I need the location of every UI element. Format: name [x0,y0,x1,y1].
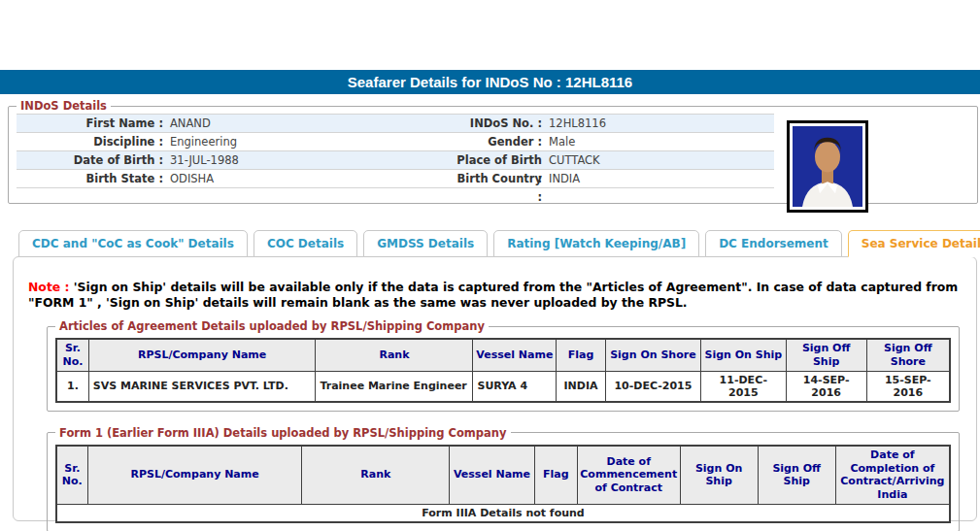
sign-on-ship-note: Note : 'Sign on Ship' details will be av… [28,280,978,311]
cell-sign-on-shore: 10-DEC-2015 [605,371,700,402]
form1-legend: Form 1 (Earlier Form IIIA) Details uploa… [55,426,511,440]
tab-strip: CDC and "CoC as Cook" Details COC Detail… [18,230,980,256]
form1-fieldset: Form 1 (Earlier Form IIIA) Details uploa… [47,426,960,531]
tab-cdc-coc-cook-details[interactable]: CDC and "CoC as Cook" Details [18,230,248,257]
birth-state-value: ODISHA [170,170,454,187]
cell-sign-on-ship: 11-DEC-2015 [700,371,786,402]
tab-dc-endorsement[interactable]: DC Endorsement [705,230,842,257]
sea-service-panel: Note : 'Sign on Ship' details will be av… [13,256,977,521]
gender-value: Male [549,133,774,150]
indos-details-legend: INDoS Details [17,99,111,113]
tab-sea-service-details[interactable]: Sea Service Details [848,230,980,257]
discipline-value: Engineering [170,133,454,150]
form1-table: Sr. No. RPSL/Company Name Rank Vessel Na… [55,445,951,524]
col-rank: Rank [316,339,473,371]
empty-message-row: Form IIIA Details not found [56,504,950,522]
birth-country-label: Birth Country : [454,170,549,187]
indos-row-state: Birth State : ODISHA Birth Country : IND… [17,170,774,188]
cell-vessel-name: SURYA 4 [473,371,557,402]
col-vessel-name: Vessel Name [473,339,557,371]
col-vessel-name: Vessel Name [450,446,534,505]
tab-coc-details[interactable]: COC Details [253,230,357,257]
indos-row-birth: Date of Birth : 31-JUL-1988 Place of Bir… [17,151,774,170]
pob-value: CUTTACK [549,151,774,169]
col-sign-on-ship: Sign On Ship [680,446,758,505]
indos-row-discipline: Discipline : Engineering Gender : Male [17,133,774,151]
form-iiia-not-found-message: Form IIIA Details not found [56,504,950,522]
cell-sign-off-shore: 15-SEP-2016 [866,371,950,402]
col-rpsl-company-name: RPSL/Company Name [88,339,316,371]
col-flag: Flag [534,446,577,505]
seafarer-photo [787,120,868,213]
cell-sign-off-ship: 14-SEP-2016 [786,371,866,402]
cell-sr-no: 1. [56,371,88,402]
col-date-of-commencement: Date of Commencement of Contract [577,446,680,505]
note-prefix: Note : [28,280,74,294]
col-rank: Rank [302,446,450,505]
articles-of-agreement-table: Sr. No. RPSL/Company Name Rank Vessel Na… [55,338,951,403]
tab-gmdss-details[interactable]: GMDSS Details [363,230,488,257]
discipline-label: Discipline : [17,133,170,150]
col-flag: Flag [557,339,606,371]
first-name-label: First Name : [17,115,170,132]
indos-no-value: 12HL8116 [549,115,774,132]
articles-of-agreement-fieldset: Articles of Agreement Details uploaded b… [47,319,960,412]
indos-details-grid: First Name : ANAND INDoS No. : 12HL8116 … [17,114,774,188]
table-row: 1. SVS MARINE SERVICES PVT. LTD. Trainee… [56,371,950,402]
page-title: Seafarer Details for INDoS No : 12HL8116 [0,70,980,94]
cell-flag: INDIA [557,371,606,402]
cell-rpsl-company-name: SVS MARINE SERVICES PVT. LTD. [88,371,316,402]
col-sign-on-shore: Sign On Shore [605,339,700,371]
indos-row-name: First Name : ANAND INDoS No. : 12HL8116 [17,115,774,133]
col-rpsl-company-name: RPSL/Company Name [87,446,302,505]
tab-rating-watch-keeping-ab[interactable]: Rating [Watch Keeping/AB] [493,230,699,257]
dob-label: Date of Birth : [17,151,170,169]
note-text: 'Sign on Ship' details will be available… [28,280,958,310]
col-sign-off-ship: Sign Off Ship [758,446,835,505]
col-sign-on-ship: Sign On Ship [700,339,786,371]
col-date-of-completion: Date of Completion of Contract/Arriving … [835,446,950,505]
articles-of-agreement-legend: Articles of Agreement Details uploaded b… [55,319,489,333]
table-header-row: Sr. No. RPSL/Company Name Rank Vessel Na… [56,339,950,371]
indos-details-fieldset: INDoS Details First Name : ANAND INDoS N… [8,99,978,204]
table-header-row: Sr. No. RPSL/Company Name Rank Vessel Na… [56,446,950,505]
first-name-value: ANAND [170,115,454,132]
col-sign-off-shore: Sign Off Shore [866,339,950,371]
birth-state-label: Birth State : [17,170,170,187]
birth-country-value: INDIA [549,170,774,187]
dob-value: 31-JUL-1988 [170,151,454,169]
gender-label: Gender : [454,133,549,150]
indos-no-label: INDoS No. : [454,115,549,132]
col-sr-no: Sr. No. [56,339,88,371]
col-sr-no: Sr. No. [56,446,87,505]
col-sign-off-ship: Sign Off Ship [786,339,866,371]
cell-rank: Trainee Marine Engineer [316,371,473,402]
pob-label: Place of Birth : [454,151,549,169]
